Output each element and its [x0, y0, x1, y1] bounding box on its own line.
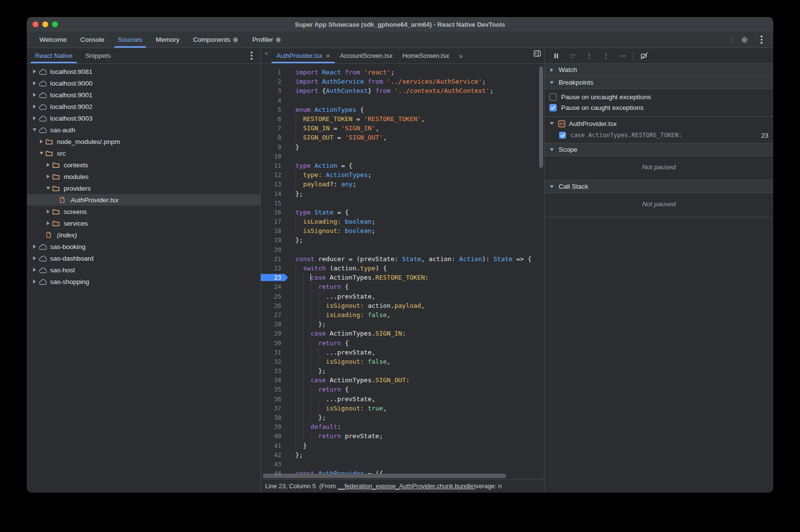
toggle-debugger-panel-icon[interactable]	[533, 48, 544, 59]
code-line-content[interactable]: return {	[285, 385, 349, 394]
code-line-content[interactable]: };	[285, 413, 326, 422]
code-line-content[interactable]: };	[285, 450, 303, 460]
pause-on-uncaught-row[interactable]: Pause on uncaught exceptions	[545, 91, 773, 102]
toggle-navigator-panel-icon[interactable]	[261, 48, 272, 59]
line-number[interactable]: 36	[261, 395, 285, 403]
code-line-content[interactable]: payload?: any;	[285, 179, 356, 189]
code-line-content[interactable]: default:	[285, 422, 341, 431]
tree-item-localhost-9001[interactable]: localhost:9001	[27, 89, 260, 101]
tree-item-sas-host[interactable]: sas-host	[27, 264, 260, 276]
line-number[interactable]: 33	[261, 367, 285, 374]
tree-item-sas-shopping[interactable]: sas-shopping	[27, 276, 260, 287]
tree-item-contexts[interactable]: contexts	[27, 159, 260, 171]
code-line-content[interactable]: type: ActionTypes;	[285, 170, 372, 179]
code-line-content[interactable]: isLoading: boolean;	[285, 217, 375, 226]
more-tabs-chevron[interactable]: »	[454, 48, 468, 63]
code-line-content[interactable]: ...prevState,	[285, 394, 375, 404]
line-number[interactable]: 7	[261, 124, 285, 132]
code-line-content[interactable]	[285, 96, 295, 105]
tree-expand-arrow-right[interactable]	[31, 280, 38, 284]
minimize-window-button[interactable]	[42, 21, 48, 27]
line-number[interactable]: 35	[261, 386, 285, 393]
code-line-content[interactable]: }	[285, 142, 299, 152]
pause-on-caught-row[interactable]: Pause on caught exceptions	[545, 102, 773, 113]
tree-expand-arrow-down[interactable]	[31, 128, 38, 131]
watch-section-header[interactable]: Watch	[545, 64, 773, 76]
tree-expand-arrow-right[interactable]	[31, 245, 38, 248]
navigator-more-kebab-icon[interactable]	[247, 51, 256, 61]
line-number[interactable]: 26	[261, 302, 285, 309]
maximize-window-button[interactable]	[52, 21, 58, 27]
code-line-content[interactable]: isLoading: false,	[285, 310, 391, 319]
line-number[interactable]: 24	[261, 283, 285, 290]
pause-on-uncaught-checkbox[interactable]	[549, 93, 557, 101]
code-line-content[interactable]	[285, 245, 295, 254]
chevron-down-icon[interactable]	[549, 148, 555, 151]
code-line-content[interactable]: SIGN_OUT = 'SIGN_OUT',	[285, 133, 387, 142]
close-tab-icon[interactable]: ×	[326, 52, 330, 59]
code-line-content[interactable]: case ActionTypes.SIGN_OUT:	[285, 375, 410, 385]
breakpoint-file-header[interactable]: AuthProvider.tsx	[545, 118, 773, 129]
tree-expand-arrow-right[interactable]	[31, 81, 38, 85]
tree-item-services[interactable]: services	[27, 217, 260, 229]
code-line-content[interactable]: SIGN_IN = 'SIGN_IN',	[285, 124, 379, 133]
tree-expand-arrow-right[interactable]	[31, 105, 38, 108]
code-line-content[interactable]: RESTORE_TOKEN = 'RESTORE_TOKEN',	[285, 114, 425, 124]
tree-item-localhost-8081[interactable]: localhost:8081	[27, 66, 260, 77]
tree-item-modules[interactable]: modules	[27, 171, 260, 182]
breakpoint-entry[interactable]: case ActionTypes.RESTORE_TOKEN: 23	[545, 129, 773, 141]
tree-item-node-modules-pnpm[interactable]: node_modules/.pnpm	[27, 136, 260, 147]
breakpoint-enabled-checkbox[interactable]	[559, 132, 566, 139]
code-line-content[interactable]: isSignout: true,	[285, 404, 387, 413]
tree-expand-arrow-right[interactable]	[31, 268, 38, 272]
line-number[interactable]: 4	[261, 97, 285, 104]
line-number[interactable]: 11	[261, 162, 285, 169]
main-tab-memory[interactable]: Memory	[149, 32, 186, 48]
line-number[interactable]: 20	[261, 246, 285, 253]
line-number[interactable]: 18	[261, 227, 285, 234]
code-line-content[interactable]: enum ActionTypes {	[285, 105, 364, 114]
more-options-kebab-icon[interactable]	[757, 35, 766, 45]
code-line-content[interactable]: ...prevState,	[285, 348, 375, 357]
pause-icon[interactable]	[550, 50, 562, 62]
line-number[interactable]: 19	[261, 236, 285, 244]
tree-item-providers[interactable]: providers	[27, 182, 260, 194]
deactivate-breakpoints-icon[interactable]	[638, 50, 650, 62]
line-number[interactable]: 15	[261, 199, 285, 207]
line-number[interactable]: 21	[261, 255, 285, 263]
scope-section-header[interactable]: Scope	[545, 143, 773, 156]
chevron-down-icon[interactable]	[549, 122, 555, 125]
line-number[interactable]: 39	[261, 423, 285, 430]
step-over-icon[interactable]	[567, 50, 579, 62]
editor-tab-authprovider-tsx[interactable]: AuthProvider.tsx×	[272, 48, 335, 63]
tree-item-screens[interactable]: screens	[27, 206, 260, 217]
code-line-content[interactable]: import {AuthContext} from '../contexts/A…	[285, 86, 493, 95]
line-number[interactable]: 3	[261, 87, 285, 94]
code-line-content[interactable]: import AuthService from '../services/Aut…	[285, 77, 486, 86]
code-line-content[interactable]: };	[285, 189, 303, 198]
navigator-tab-snippets[interactable]: Snippets	[79, 48, 117, 63]
code-editor[interactable]: 1import React from 'react';2import AuthS…	[261, 64, 544, 479]
tree-item-localhost-9000[interactable]: localhost:9000	[27, 77, 260, 89]
code-line-content[interactable]: type State = {	[285, 208, 349, 217]
step-into-icon[interactable]	[583, 50, 595, 62]
line-number[interactable]: 32	[261, 358, 285, 365]
line-number[interactable]: 25	[261, 293, 285, 300]
line-number[interactable]: 27	[261, 311, 285, 319]
close-window-button[interactable]	[33, 21, 38, 27]
code-line-content[interactable]: const reducer = (prevState: State, actio…	[285, 254, 531, 264]
code-line-content[interactable]: return {	[285, 338, 349, 347]
line-number[interactable]: 34	[261, 376, 285, 384]
line-number[interactable]: 41	[261, 442, 285, 449]
line-number[interactable]: 8	[261, 134, 285, 141]
code-line-content[interactable]: };	[285, 235, 303, 245]
line-number[interactable]: 10	[261, 153, 285, 160]
code-line-content[interactable]: import React from 'react';	[285, 68, 395, 77]
code-line-content[interactable]: return prevState;	[285, 431, 383, 441]
tree-item-src[interactable]: src	[27, 147, 260, 159]
tree-item-sas-dashboard[interactable]: sas-dashboard	[27, 252, 260, 264]
tree-item-sas-auth[interactable]: sas-auth	[27, 124, 260, 136]
line-number[interactable]: 22	[261, 265, 285, 272]
tree-item-authprovider-tsx[interactable]: AuthProvider.tsx	[27, 194, 260, 206]
tree-expand-arrow-right[interactable]	[31, 116, 38, 120]
